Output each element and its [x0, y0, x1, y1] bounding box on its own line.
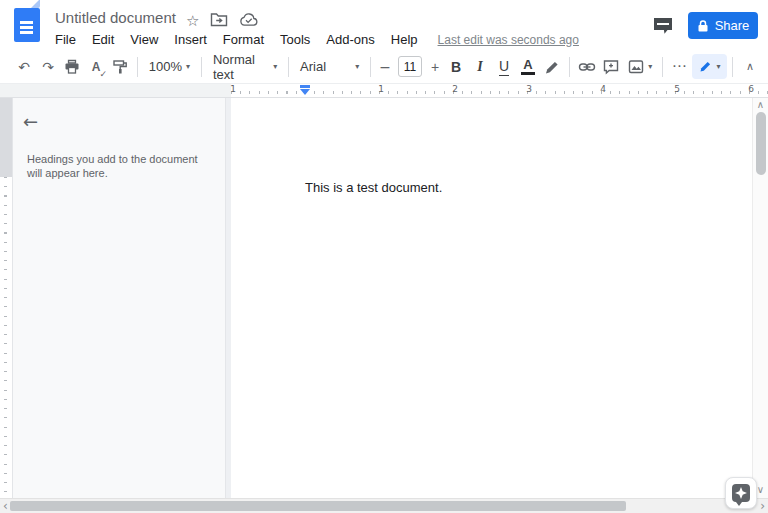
- bold-button[interactable]: B: [444, 55, 468, 79]
- horizontal-scrollbar[interactable]: ‹ ›: [0, 498, 768, 513]
- comment-history-button[interactable]: [650, 14, 676, 38]
- print-button[interactable]: [60, 55, 84, 79]
- outline-placeholder-text: Headings you add to the document will ap…: [27, 153, 209, 180]
- vertical-ruler-margin: [0, 98, 12, 177]
- menu-item-addons[interactable]: Add-ons: [318, 30, 382, 49]
- printer-icon: [63, 58, 81, 76]
- paint-format-button[interactable]: [108, 55, 132, 79]
- undo-button[interactable]: ↶: [12, 55, 36, 79]
- editor-area: ← Headings you add to the document will …: [0, 98, 768, 498]
- spelling-check-button[interactable]: A ✓: [84, 55, 108, 79]
- close-outline-button[interactable]: ←: [23, 113, 38, 131]
- hide-menus-button[interactable]: ∧: [738, 55, 762, 79]
- document-body-text[interactable]: This is a test document.: [305, 180, 442, 195]
- docs-logo-icon[interactable]: [14, 8, 40, 42]
- document-page[interactable]: This is a test document.: [231, 98, 752, 498]
- italic-button[interactable]: I: [468, 55, 492, 79]
- menu-item-edit[interactable]: Edit: [84, 30, 122, 49]
- chevron-down-icon: ▾: [716, 63, 720, 71]
- header: Untitled document ☆ File Edit View Inser…: [0, 0, 768, 50]
- lock-icon: [697, 19, 709, 33]
- highlight-color-button[interactable]: [540, 55, 564, 79]
- ruler-number: 2: [452, 85, 458, 94]
- scroll-left-arrow[interactable]: ‹: [3, 499, 8, 513]
- scroll-up-arrow[interactable]: ∧: [753, 100, 768, 110]
- insert-image-button[interactable]: ▾: [623, 55, 657, 79]
- google-docs-window: Untitled document ☆ File Edit View Inser…: [0, 0, 768, 513]
- insert-link-button[interactable]: [575, 55, 599, 79]
- share-label: Share: [715, 18, 750, 33]
- add-comment-button[interactable]: [599, 55, 623, 79]
- explore-icon: [732, 484, 750, 502]
- menu-bar: File Edit View Insert Format Tools Add-o…: [55, 30, 579, 49]
- document-outline-panel: ← Headings you add to the document will …: [13, 98, 226, 498]
- menu-item-file[interactable]: File: [55, 30, 84, 49]
- separator: [288, 57, 289, 77]
- more-options-button[interactable]: ⋯: [668, 55, 692, 79]
- highlighter-icon: [543, 58, 561, 76]
- font-family-dropdown[interactable]: Arial ▾: [294, 55, 365, 79]
- horizontal-ruler[interactable]: 1 1 2 3 4 5 6: [0, 83, 768, 98]
- ruler-ticks: [4, 177, 7, 498]
- cloud-saved-icon[interactable]: [239, 12, 259, 31]
- separator: [662, 57, 663, 77]
- editing-mode-button[interactable]: ▾: [692, 54, 727, 79]
- ruler-number: 3: [526, 85, 532, 94]
- ruler-number: 1: [378, 85, 384, 94]
- vertical-scrollbar[interactable]: ∧ ∨: [752, 98, 768, 498]
- toolbar: ↶ ↷ A ✓ 100% ▾ Normal text ▾ Arial ▾ − 1…: [0, 50, 768, 83]
- star-icon[interactable]: ☆: [186, 14, 199, 29]
- zoom-dropdown[interactable]: 100% ▾: [143, 55, 196, 79]
- vertical-scrollbar-thumb[interactable]: [756, 112, 766, 175]
- vertical-ruler[interactable]: [0, 98, 13, 498]
- separator: [201, 57, 202, 77]
- font-size-value[interactable]: 11: [398, 56, 422, 77]
- ruler-number: 4: [600, 85, 606, 94]
- share-button[interactable]: Share: [688, 12, 758, 39]
- text-color-swatch: [521, 72, 535, 75]
- separator: [137, 57, 138, 77]
- menu-item-view[interactable]: View: [122, 30, 166, 49]
- chevron-down-icon: ▾: [186, 63, 190, 71]
- scroll-right-arrow[interactable]: ›: [760, 499, 765, 513]
- pencil-icon: [698, 59, 713, 74]
- menu-item-format[interactable]: Format: [215, 30, 272, 49]
- menu-item-insert[interactable]: Insert: [166, 30, 215, 49]
- separator: [732, 57, 733, 77]
- link-icon: [578, 58, 596, 76]
- chevron-down-icon: ▾: [648, 63, 652, 71]
- logo-fold: [31, 0, 40, 8]
- add-comment-icon: [602, 58, 620, 76]
- text-color-button[interactable]: A: [516, 55, 540, 79]
- first-line-indent-marker[interactable]: [300, 85, 310, 88]
- ruler-number: 6: [748, 85, 754, 94]
- horizontal-scrollbar-thumb[interactable]: [10, 501, 626, 511]
- redo-button[interactable]: ↷: [36, 55, 60, 79]
- comment-history-icon: [652, 16, 674, 36]
- separator: [370, 57, 371, 77]
- chevron-down-icon: ▾: [355, 63, 359, 71]
- document-title[interactable]: Untitled document: [55, 9, 176, 26]
- separator: [569, 57, 570, 77]
- menu-item-help[interactable]: Help: [383, 30, 426, 49]
- paragraph-style-dropdown[interactable]: Normal text ▾: [207, 55, 283, 79]
- move-folder-icon[interactable]: [210, 12, 228, 31]
- paint-roller-icon: [111, 58, 129, 76]
- underline-button[interactable]: U: [492, 55, 516, 79]
- image-icon: [627, 58, 645, 76]
- ruler-number: 5: [674, 85, 680, 94]
- left-indent-marker[interactable]: [300, 89, 310, 95]
- explore-button[interactable]: [725, 477, 757, 509]
- chevron-down-icon: ▾: [273, 63, 277, 71]
- increase-font-size-button[interactable]: +: [426, 55, 444, 79]
- menu-item-tools[interactable]: Tools: [272, 30, 318, 49]
- decrease-font-size-button[interactable]: −: [376, 55, 394, 79]
- ruler-number: 1: [230, 85, 236, 94]
- ruler-ticks: [231, 91, 768, 94]
- last-edit-link[interactable]: Last edit was seconds ago: [438, 33, 579, 47]
